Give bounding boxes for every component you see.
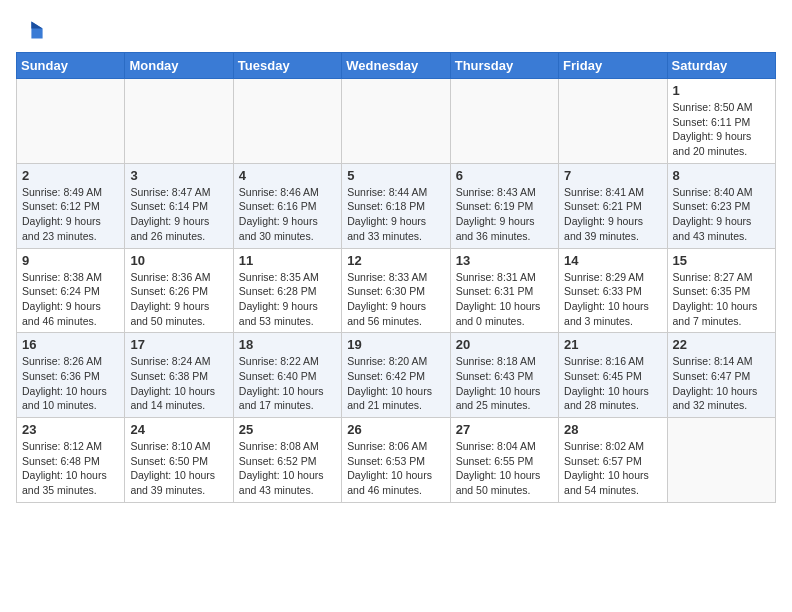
calendar-cell: 9Sunrise: 8:38 AM Sunset: 6:24 PM Daylig… [17, 248, 125, 333]
day-number: 12 [347, 253, 444, 268]
weekday-header-friday: Friday [559, 53, 667, 79]
calendar-cell: 24Sunrise: 8:10 AM Sunset: 6:50 PM Dayli… [125, 418, 233, 503]
day-info: Sunrise: 8:49 AM Sunset: 6:12 PM Dayligh… [22, 185, 119, 244]
calendar-cell [559, 79, 667, 164]
day-number: 9 [22, 253, 119, 268]
calendar-cell: 5Sunrise: 8:44 AM Sunset: 6:18 PM Daylig… [342, 163, 450, 248]
calendar-week-2: 2Sunrise: 8:49 AM Sunset: 6:12 PM Daylig… [17, 163, 776, 248]
calendar-cell: 14Sunrise: 8:29 AM Sunset: 6:33 PM Dayli… [559, 248, 667, 333]
day-number: 6 [456, 168, 553, 183]
logo [16, 16, 48, 44]
calendar-cell [342, 79, 450, 164]
calendar-week-3: 9Sunrise: 8:38 AM Sunset: 6:24 PM Daylig… [17, 248, 776, 333]
calendar-cell: 15Sunrise: 8:27 AM Sunset: 6:35 PM Dayli… [667, 248, 775, 333]
day-number: 19 [347, 337, 444, 352]
calendar: SundayMondayTuesdayWednesdayThursdayFrid… [16, 52, 776, 503]
calendar-week-4: 16Sunrise: 8:26 AM Sunset: 6:36 PM Dayli… [17, 333, 776, 418]
day-info: Sunrise: 8:08 AM Sunset: 6:52 PM Dayligh… [239, 439, 336, 498]
day-info: Sunrise: 8:02 AM Sunset: 6:57 PM Dayligh… [564, 439, 661, 498]
day-info: Sunrise: 8:43 AM Sunset: 6:19 PM Dayligh… [456, 185, 553, 244]
day-number: 8 [673, 168, 770, 183]
svg-marker-2 [31, 22, 42, 29]
day-number: 18 [239, 337, 336, 352]
day-info: Sunrise: 8:16 AM Sunset: 6:45 PM Dayligh… [564, 354, 661, 413]
day-info: Sunrise: 8:44 AM Sunset: 6:18 PM Dayligh… [347, 185, 444, 244]
calendar-cell: 3Sunrise: 8:47 AM Sunset: 6:14 PM Daylig… [125, 163, 233, 248]
day-number: 14 [564, 253, 661, 268]
calendar-cell: 1Sunrise: 8:50 AM Sunset: 6:11 PM Daylig… [667, 79, 775, 164]
day-info: Sunrise: 8:22 AM Sunset: 6:40 PM Dayligh… [239, 354, 336, 413]
calendar-cell: 4Sunrise: 8:46 AM Sunset: 6:16 PM Daylig… [233, 163, 341, 248]
day-number: 4 [239, 168, 336, 183]
weekday-header-monday: Monday [125, 53, 233, 79]
logo-icon [16, 16, 44, 44]
calendar-cell: 8Sunrise: 8:40 AM Sunset: 6:23 PM Daylig… [667, 163, 775, 248]
day-number: 24 [130, 422, 227, 437]
weekday-header-row: SundayMondayTuesdayWednesdayThursdayFrid… [17, 53, 776, 79]
day-number: 21 [564, 337, 661, 352]
day-info: Sunrise: 8:27 AM Sunset: 6:35 PM Dayligh… [673, 270, 770, 329]
day-info: Sunrise: 8:40 AM Sunset: 6:23 PM Dayligh… [673, 185, 770, 244]
weekday-header-saturday: Saturday [667, 53, 775, 79]
calendar-cell: 25Sunrise: 8:08 AM Sunset: 6:52 PM Dayli… [233, 418, 341, 503]
calendar-cell: 21Sunrise: 8:16 AM Sunset: 6:45 PM Dayli… [559, 333, 667, 418]
calendar-cell: 2Sunrise: 8:49 AM Sunset: 6:12 PM Daylig… [17, 163, 125, 248]
day-number: 2 [22, 168, 119, 183]
calendar-cell [233, 79, 341, 164]
calendar-cell: 22Sunrise: 8:14 AM Sunset: 6:47 PM Dayli… [667, 333, 775, 418]
day-info: Sunrise: 8:24 AM Sunset: 6:38 PM Dayligh… [130, 354, 227, 413]
weekday-header-thursday: Thursday [450, 53, 558, 79]
day-number: 28 [564, 422, 661, 437]
day-info: Sunrise: 8:18 AM Sunset: 6:43 PM Dayligh… [456, 354, 553, 413]
calendar-cell: 10Sunrise: 8:36 AM Sunset: 6:26 PM Dayli… [125, 248, 233, 333]
day-number: 27 [456, 422, 553, 437]
calendar-cell: 18Sunrise: 8:22 AM Sunset: 6:40 PM Dayli… [233, 333, 341, 418]
calendar-cell: 16Sunrise: 8:26 AM Sunset: 6:36 PM Dayli… [17, 333, 125, 418]
calendar-cell: 12Sunrise: 8:33 AM Sunset: 6:30 PM Dayli… [342, 248, 450, 333]
day-number: 25 [239, 422, 336, 437]
calendar-week-1: 1Sunrise: 8:50 AM Sunset: 6:11 PM Daylig… [17, 79, 776, 164]
calendar-cell [125, 79, 233, 164]
day-number: 23 [22, 422, 119, 437]
day-info: Sunrise: 8:14 AM Sunset: 6:47 PM Dayligh… [673, 354, 770, 413]
day-number: 13 [456, 253, 553, 268]
day-number: 17 [130, 337, 227, 352]
calendar-cell: 17Sunrise: 8:24 AM Sunset: 6:38 PM Dayli… [125, 333, 233, 418]
day-number: 1 [673, 83, 770, 98]
day-number: 16 [22, 337, 119, 352]
day-info: Sunrise: 8:47 AM Sunset: 6:14 PM Dayligh… [130, 185, 227, 244]
calendar-cell: 26Sunrise: 8:06 AM Sunset: 6:53 PM Dayli… [342, 418, 450, 503]
day-info: Sunrise: 8:26 AM Sunset: 6:36 PM Dayligh… [22, 354, 119, 413]
day-info: Sunrise: 8:33 AM Sunset: 6:30 PM Dayligh… [347, 270, 444, 329]
day-info: Sunrise: 8:31 AM Sunset: 6:31 PM Dayligh… [456, 270, 553, 329]
calendar-cell: 28Sunrise: 8:02 AM Sunset: 6:57 PM Dayli… [559, 418, 667, 503]
calendar-cell: 11Sunrise: 8:35 AM Sunset: 6:28 PM Dayli… [233, 248, 341, 333]
day-number: 7 [564, 168, 661, 183]
day-number: 15 [673, 253, 770, 268]
day-info: Sunrise: 8:10 AM Sunset: 6:50 PM Dayligh… [130, 439, 227, 498]
day-info: Sunrise: 8:12 AM Sunset: 6:48 PM Dayligh… [22, 439, 119, 498]
calendar-cell [667, 418, 775, 503]
day-info: Sunrise: 8:41 AM Sunset: 6:21 PM Dayligh… [564, 185, 661, 244]
day-info: Sunrise: 8:29 AM Sunset: 6:33 PM Dayligh… [564, 270, 661, 329]
calendar-cell: 19Sunrise: 8:20 AM Sunset: 6:42 PM Dayli… [342, 333, 450, 418]
calendar-cell [450, 79, 558, 164]
weekday-header-sunday: Sunday [17, 53, 125, 79]
calendar-cell: 23Sunrise: 8:12 AM Sunset: 6:48 PM Dayli… [17, 418, 125, 503]
day-number: 22 [673, 337, 770, 352]
calendar-cell: 13Sunrise: 8:31 AM Sunset: 6:31 PM Dayli… [450, 248, 558, 333]
calendar-cell [17, 79, 125, 164]
calendar-cell: 27Sunrise: 8:04 AM Sunset: 6:55 PM Dayli… [450, 418, 558, 503]
day-info: Sunrise: 8:06 AM Sunset: 6:53 PM Dayligh… [347, 439, 444, 498]
day-number: 26 [347, 422, 444, 437]
page-header [16, 16, 776, 44]
day-info: Sunrise: 8:36 AM Sunset: 6:26 PM Dayligh… [130, 270, 227, 329]
calendar-cell: 20Sunrise: 8:18 AM Sunset: 6:43 PM Dayli… [450, 333, 558, 418]
day-number: 5 [347, 168, 444, 183]
day-info: Sunrise: 8:04 AM Sunset: 6:55 PM Dayligh… [456, 439, 553, 498]
day-info: Sunrise: 8:50 AM Sunset: 6:11 PM Dayligh… [673, 100, 770, 159]
day-number: 11 [239, 253, 336, 268]
day-number: 10 [130, 253, 227, 268]
weekday-header-wednesday: Wednesday [342, 53, 450, 79]
day-info: Sunrise: 8:38 AM Sunset: 6:24 PM Dayligh… [22, 270, 119, 329]
